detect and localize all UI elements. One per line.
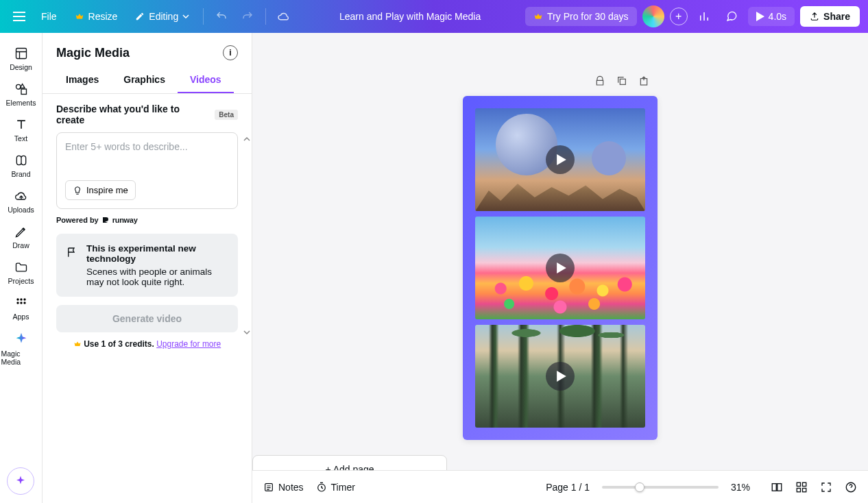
pencil-icon xyxy=(135,12,145,21)
user-avatar[interactable] xyxy=(642,5,664,27)
main-area: Design Elements Text Brand Uploads Draw … xyxy=(0,33,868,503)
panel-tabs: Images Graphics Videos xyxy=(43,67,252,94)
grid-view-button[interactable] xyxy=(771,481,783,493)
fullscreen-button[interactable] xyxy=(820,481,832,493)
comment-button[interactable] xyxy=(721,5,743,27)
runway-label: runway xyxy=(112,216,138,224)
rail-elements[interactable]: Elements xyxy=(1,77,41,112)
zoom-slider[interactable] xyxy=(602,486,719,489)
prompt-input[interactable] xyxy=(65,141,229,163)
flag-icon xyxy=(66,246,78,258)
file-menu[interactable]: File xyxy=(34,7,64,26)
credits-text: Use 1 of 3 credits. xyxy=(84,339,156,349)
runway-logo-icon xyxy=(101,216,110,224)
page-indicator[interactable]: Page 1 / 1 xyxy=(546,482,590,493)
info-button[interactable]: i xyxy=(223,45,238,60)
svg-rect-16 xyxy=(803,482,806,486)
project-title[interactable]: Learn and Play with Magic Media xyxy=(295,11,525,22)
inspire-label: Inspire me xyxy=(86,185,128,195)
rail-draw[interactable]: Draw xyxy=(1,219,41,255)
add-page-button[interactable]: + Add page xyxy=(252,455,447,470)
rail-uploads[interactable]: Uploads xyxy=(1,184,41,219)
bottom-bar: Notes Timer Page 1 / 1 31% xyxy=(252,470,868,503)
redo-icon xyxy=(241,10,254,23)
scroll-down-icon[interactable] xyxy=(243,329,250,336)
sparkle-icon xyxy=(14,475,27,487)
cloud-sync-button[interactable] xyxy=(273,5,295,27)
notice-title: This is experimental new technology xyxy=(86,243,228,264)
play-overlay[interactable] xyxy=(546,254,575,282)
video-thumbnail-2[interactable] xyxy=(475,217,645,319)
layout-icon xyxy=(14,47,28,60)
lock-page-button[interactable] xyxy=(594,75,605,86)
grid-icon xyxy=(795,481,808,493)
analytics-button[interactable] xyxy=(693,5,715,27)
svg-point-5 xyxy=(23,298,25,300)
redo-button[interactable] xyxy=(237,5,258,27)
shapes-icon xyxy=(14,82,28,96)
rail-brand[interactable]: Brand xyxy=(1,148,41,184)
timer-button[interactable]: Timer xyxy=(316,482,355,493)
rail-brand-label: Brand xyxy=(11,170,30,178)
powered-by: Powered by runway xyxy=(56,216,238,224)
side-rail: Design Elements Text Brand Uploads Draw … xyxy=(0,33,43,503)
timer-label: Timer xyxy=(331,482,355,493)
bottom-bar-left: Notes Timer xyxy=(263,482,355,493)
tab-videos[interactable]: Videos xyxy=(178,67,234,93)
play-overlay[interactable] xyxy=(546,145,575,174)
add-member-button[interactable]: + xyxy=(670,8,688,25)
svg-point-4 xyxy=(20,298,22,300)
preview-play-button[interactable]: 4.0s xyxy=(748,7,795,26)
resize-button[interactable]: Resize xyxy=(68,7,125,26)
svg-rect-13 xyxy=(772,483,776,491)
tab-images[interactable]: Images xyxy=(53,67,111,93)
brand-icon xyxy=(14,154,28,167)
zoom-percent[interactable]: 31% xyxy=(731,482,758,493)
lock-icon xyxy=(594,75,605,86)
design-page[interactable] xyxy=(463,96,658,440)
duplicate-page-button[interactable] xyxy=(616,75,627,86)
help-button[interactable] xyxy=(845,481,857,493)
canvas-area: + Add page Notes Timer Page 1 / 1 31% xyxy=(252,33,868,503)
main-menu-button[interactable] xyxy=(8,5,30,27)
rail-apps[interactable]: Apps xyxy=(1,291,41,326)
add-page-above-button[interactable] xyxy=(638,75,649,86)
canvas-scroll[interactable]: + Add page xyxy=(252,33,868,470)
editing-mode-button[interactable]: Editing xyxy=(128,7,196,26)
scroll-up-icon[interactable] xyxy=(243,136,250,143)
rail-draw-label: Draw xyxy=(12,241,29,249)
zoom-slider-thumb[interactable] xyxy=(635,482,644,492)
divider xyxy=(203,8,204,25)
notes-button[interactable]: Notes xyxy=(263,482,304,493)
notice-body: Scenes with people or animals may not lo… xyxy=(86,267,228,287)
inspire-me-button[interactable]: Inspire me xyxy=(65,180,136,200)
rail-apps-label: Apps xyxy=(13,312,29,321)
video-thumbnail-3[interactable] xyxy=(475,325,645,428)
video-thumbnail-1[interactable] xyxy=(475,108,645,211)
magic-assistant-button[interactable] xyxy=(7,467,34,495)
rail-magic-media-label: Magic Media xyxy=(1,349,41,366)
try-pro-button[interactable]: Try Pro for 30 days xyxy=(525,7,637,26)
play-overlay[interactable] xyxy=(546,362,575,391)
rail-design[interactable]: Design xyxy=(1,41,41,77)
tab-graphics[interactable]: Graphics xyxy=(111,67,178,93)
help-icon xyxy=(845,481,857,493)
share-button[interactable]: Share xyxy=(800,6,860,27)
chevron-down-icon xyxy=(182,14,189,19)
svg-rect-9 xyxy=(620,79,625,84)
topbar-right: Try Pro for 30 days + 4.0s Share xyxy=(525,5,860,27)
lightbulb-icon xyxy=(73,186,82,195)
rail-projects[interactable]: Projects xyxy=(1,255,41,291)
comment-icon xyxy=(725,10,738,23)
panel-title: Magic Media xyxy=(56,46,130,60)
svg-rect-15 xyxy=(797,482,800,486)
svg-point-3 xyxy=(16,298,19,300)
thumbnail-view-button[interactable] xyxy=(795,481,808,493)
rail-magic-media[interactable]: Magic Media xyxy=(1,326,41,371)
undo-button[interactable] xyxy=(210,5,232,27)
describe-text: Describe what you'd like to create xyxy=(56,103,209,125)
share-label: Share xyxy=(823,11,850,22)
rail-text[interactable]: Text xyxy=(1,112,41,148)
upgrade-link[interactable]: Upgrade for more xyxy=(156,339,221,349)
generate-video-button[interactable]: Generate video xyxy=(56,305,238,332)
